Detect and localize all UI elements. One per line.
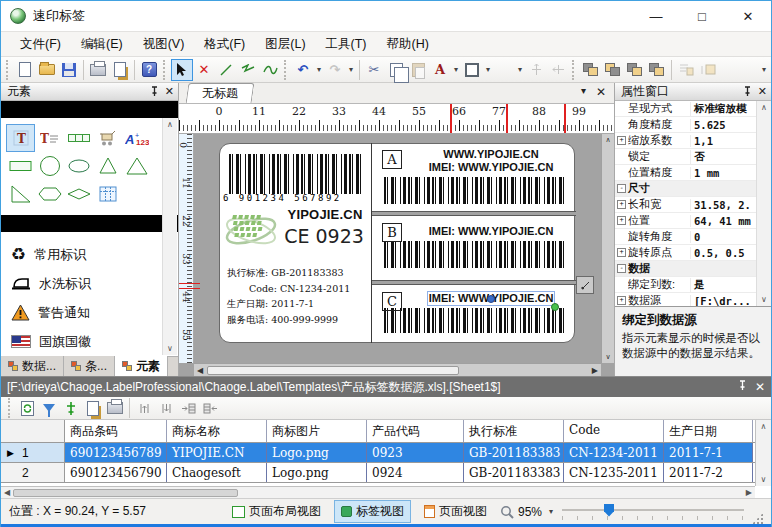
close-button[interactable]: ✕ [725, 1, 771, 31]
canvas-vertical-scrollbar[interactable]: ∧ ∨ [601, 134, 614, 363]
column-header[interactable]: 商品条码 [65, 420, 167, 442]
library-item-flags[interactable]: 国旗国徽 [11, 327, 160, 356]
section-barcode[interactable] [384, 177, 566, 204]
data-preview-button[interactable] [82, 397, 104, 419]
table-horizontal-scrollbar[interactable]: ◀ ▶ [1, 486, 755, 498]
data-print-button[interactable] [104, 397, 126, 419]
group-button[interactable] [675, 59, 697, 81]
property-row[interactable]: +位置64, 41 mm [615, 213, 756, 229]
table-vertical-scrollbar[interactable]: ∧ ∨ [755, 420, 771, 486]
property-row[interactable]: 锁定否 [615, 149, 756, 165]
element-rectangle-tool[interactable] [6, 152, 35, 180]
section-barcode[interactable] [384, 308, 566, 333]
label-fields[interactable]: 执行标准: GB-201183383 Code: CN-1234-2011 生产… [227, 265, 367, 327]
elements-panel-scrollbar[interactable]: ∧ ∨ [162, 118, 177, 355]
menu-file[interactable]: 文件(F) [11, 33, 70, 56]
redo-dropdown[interactable]: ▾ [346, 65, 356, 74]
menu-layer[interactable]: 图层(L) [256, 33, 314, 56]
scroll-down-icon[interactable]: ∨ [167, 344, 173, 353]
expander-icon[interactable]: + [617, 136, 626, 145]
library-item-warnings[interactable]: 警告通知 [11, 298, 160, 327]
close-panel-icon[interactable]: ✕ [755, 380, 765, 394]
property-row[interactable]: 旋转角度0 [615, 229, 756, 245]
property-row[interactable]: +长和宽31.58, 2. [615, 197, 756, 213]
toolbar-grip[interactable] [6, 60, 11, 80]
ean-digits[interactable]: 6 901234 567892 [223, 193, 363, 203]
cell[interactable]: CN-1234-2011 [564, 443, 664, 462]
expander-icon[interactable]: + [617, 200, 626, 209]
close-document-icon[interactable]: ✕ [596, 85, 606, 99]
undo-dropdown[interactable]: ▾ [314, 65, 324, 74]
redo-button[interactable]: ↷ [324, 59, 346, 81]
print-preview-button[interactable] [109, 59, 131, 81]
property-section-data[interactable]: -数据 [615, 261, 756, 277]
element-circle-tool[interactable] [35, 152, 64, 180]
first-record-button[interactable] [133, 397, 155, 419]
print-button[interactable] [87, 59, 109, 81]
element-right-triangle-tool[interactable] [6, 180, 35, 208]
cell[interactable]: Chaogesoft [167, 463, 267, 482]
zoom-dropdown[interactable]: ▾ [546, 507, 556, 516]
label-section-a[interactable]: A WWW.YIPOJIE.CN IMEI: WWW.YIPOJIE.CN [374, 143, 574, 211]
pin-icon[interactable] [150, 86, 159, 97]
scroll-left-icon[interactable]: ◀ [4, 488, 10, 497]
border-style-button[interactable] [461, 59, 483, 81]
scroll-up-icon[interactable]: ∧ [605, 136, 610, 144]
selected-text-element[interactable]: IMEI: WWW.YIPOJIE.CN [427, 291, 556, 306]
cell[interactable]: CN-1235-2011 [564, 463, 664, 482]
library-item-wash-marks[interactable]: 水洗标识 [11, 269, 160, 298]
scroll-right-icon[interactable]: ▶ [592, 366, 601, 375]
tab-list-dropdown[interactable]: ▾ [581, 85, 586, 99]
scroll-thumb[interactable] [207, 366, 459, 375]
tab-barcode[interactable]: 条... [64, 356, 115, 376]
cell[interactable]: GB-201183383 [464, 443, 564, 462]
brand-logo[interactable] [223, 205, 279, 255]
align-center-v-button[interactable] [547, 59, 569, 81]
toolbar-grip[interactable] [163, 60, 168, 80]
insert-record-button[interactable] [177, 397, 199, 419]
scroll-down-icon[interactable]: ∨ [761, 475, 767, 484]
property-row[interactable]: 位置精度1 mm [615, 165, 756, 181]
scroll-right-icon[interactable]: ▶ [746, 488, 752, 497]
cell[interactable]: GB-201183383 [464, 463, 564, 482]
section-barcode[interactable] [384, 241, 566, 268]
font-dropdown[interactable]: ▾ [451, 65, 461, 74]
table-row[interactable]: ▶2 690123456790 Chaogesoft Logo.png 0924… [1, 463, 771, 483]
cell[interactable]: 0924 [367, 463, 464, 482]
filter-button[interactable] [38, 397, 60, 419]
remove-record-button[interactable] [199, 397, 221, 419]
label-view-button[interactable]: 标签视图 [334, 500, 411, 523]
property-row[interactable]: +旋转原点0.5, 0.5 [615, 245, 756, 261]
send-backward-button[interactable] [646, 59, 668, 81]
table-row-selected[interactable]: ▶1 690123456789 YIPOJIE.CN Logo.png 0923… [1, 443, 771, 463]
design-canvas[interactable]: 0 11 22 33 44 55 6 901234 567892 [179, 134, 614, 376]
column-header[interactable]: Code [564, 420, 664, 442]
scroll-up-icon[interactable]: ∧ [167, 120, 173, 129]
element-autonumber-tool[interactable]: A+123 [122, 124, 151, 152]
scroll-down-icon[interactable]: ∨ [605, 353, 610, 361]
expander-icon[interactable]: + [617, 248, 626, 257]
copy-button[interactable] [385, 59, 407, 81]
property-row[interactable]: +数据源[F:\dr... [615, 293, 756, 307]
column-header[interactable]: 商标图片 [267, 420, 367, 442]
brand-text[interactable]: YIPOJIE.CN [281, 207, 369, 222]
menu-format[interactable]: 格式(F) [195, 33, 254, 56]
polyline-tool-button[interactable] [237, 59, 259, 81]
cell[interactable]: 690123456789 [65, 443, 167, 462]
canvas-horizontal-scrollbar[interactable]: ◀ ▶ [194, 363, 601, 376]
pin-record-button[interactable] [60, 397, 82, 419]
help-button[interactable]: ? [138, 59, 160, 81]
menu-tools[interactable]: 工具(T) [317, 33, 376, 56]
property-row[interactable]: 角度精度5.625 [615, 117, 756, 133]
group-strip[interactable] [1, 215, 178, 232]
property-row[interactable]: +缩放系数1,1 [615, 133, 756, 149]
label-design[interactable]: 6 901234 567892 YIPOJIE.CN CE 0923 [219, 143, 575, 343]
align-center-h-button[interactable] [525, 59, 547, 81]
cut-button[interactable]: ✂ [363, 59, 385, 81]
toolbar-overflow[interactable]: ▾ [759, 65, 769, 74]
cell[interactable]: 2011-7-1 [664, 443, 753, 462]
element-richtext-tool[interactable]: T [35, 124, 64, 152]
ean-barcode[interactable] [229, 154, 363, 194]
property-section-size[interactable]: -尺寸 [615, 181, 756, 197]
cell[interactable]: 0923 [367, 443, 464, 462]
